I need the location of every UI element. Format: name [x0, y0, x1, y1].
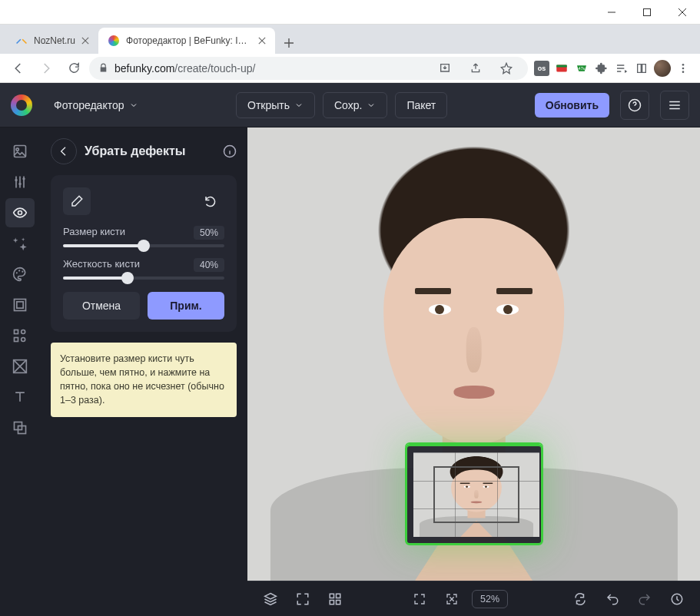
nav-forward-button[interactable]	[34, 56, 58, 81]
url-text: befunky.com/create/touch-up/	[114, 62, 255, 75]
navigator-minimap[interactable]	[405, 444, 543, 545]
svg-point-15	[18, 270, 20, 271]
nav-back-button[interactable]	[6, 56, 31, 81]
bottom-toolbar: 52%	[247, 581, 700, 616]
open-label: Открыть	[247, 99, 290, 111]
rail-edit-icon[interactable]	[5, 137, 35, 166]
grid-view-icon[interactable]	[323, 587, 347, 611]
cancel-button[interactable]: Отмена	[63, 292, 140, 320]
reading-list-icon[interactable]	[634, 61, 649, 76]
window-minimize-button[interactable]	[594, 0, 629, 25]
svg-point-5	[682, 67, 685, 69]
svg-rect-29	[330, 600, 333, 604]
star-icon[interactable]	[494, 56, 519, 81]
extension-icon[interactable]	[554, 61, 569, 76]
help-button[interactable]	[620, 91, 649, 120]
compare-icon[interactable]	[568, 587, 592, 611]
brush-size-slider[interactable]: Размер кисти 50%	[63, 226, 224, 247]
svg-point-6	[682, 71, 685, 73]
hardness-label: Жесткость кисти	[63, 258, 140, 272]
controls-card: Размер кисти 50% Жесткость кисти 40% Отм…	[51, 175, 237, 332]
window-maximize-button[interactable]	[629, 0, 665, 25]
hardness-value: 40%	[194, 258, 224, 272]
new-tab-button[interactable]	[278, 32, 300, 54]
tool-rail	[0, 128, 40, 616]
eraser-icon[interactable]	[63, 187, 91, 215]
reset-icon[interactable]	[197, 187, 224, 215]
svg-point-4	[682, 64, 685, 66]
tab-close-icon[interactable]	[81, 37, 89, 45]
app-logo-icon[interactable]	[11, 94, 32, 116]
hardness-slider[interactable]: Жесткость кисти 40%	[63, 258, 224, 280]
svg-rect-18	[17, 302, 23, 308]
brush-size-value: 50%	[194, 226, 224, 240]
rail-text-icon[interactable]	[5, 383, 35, 412]
fullscreen-icon[interactable]	[407, 587, 432, 611]
browser-tab[interactable]: Фоторедактор | BeFunky: Image	[98, 28, 275, 54]
chevron-down-icon	[367, 101, 376, 110]
upgrade-label: Обновить	[546, 99, 599, 111]
canvas-area: 52%	[247, 128, 700, 616]
save-button[interactable]: Сохр.	[323, 92, 387, 118]
svg-rect-2	[556, 65, 567, 67]
install-app-icon[interactable]	[433, 56, 457, 81]
svg-rect-0	[644, 8, 651, 15]
svg-rect-21	[15, 338, 18, 342]
rail-textures-icon[interactable]	[5, 413, 35, 442]
extensions-menu-icon[interactable]	[594, 61, 609, 76]
svg-rect-19	[15, 330, 18, 334]
chevron-down-icon	[294, 101, 304, 110]
window-close-button[interactable]	[665, 0, 700, 25]
zoom-value[interactable]: 52%	[472, 590, 508, 608]
undo-icon[interactable]	[600, 587, 625, 611]
window-titlebar	[0, 0, 700, 25]
browser-tab-strip: NozNet.ru Фоторедактор | BeFunky: Image	[0, 25, 700, 54]
history-icon[interactable]	[665, 587, 689, 611]
svg-rect-17	[15, 300, 26, 311]
playlist-icon[interactable]	[614, 61, 629, 76]
chevron-down-icon	[129, 101, 138, 110]
navigator-viewport-frame[interactable]	[433, 466, 519, 523]
app-header: Фоторедактор Открыть Сохр. Пакет Обновит…	[0, 83, 700, 128]
svg-point-11	[18, 183, 21, 185]
app-body: Убрать дефекты Размер кисти 50% Жесткост…	[0, 128, 700, 616]
rail-adjust-icon[interactable]	[5, 167, 35, 197]
upgrade-button[interactable]: Обновить	[535, 93, 609, 118]
editor-mode-dropdown[interactable]: Фоторедактор	[43, 93, 149, 118]
batch-label: Пакет	[406, 99, 436, 111]
rail-touchup-icon[interactable]	[5, 198, 35, 227]
rail-overlays-icon[interactable]	[5, 352, 35, 381]
hint-box: Установите размер кисти чуть больше, чем…	[51, 343, 237, 417]
side-panel: Убрать дефекты Размер кисти 50% Жесткост…	[40, 128, 247, 616]
svg-point-12	[22, 177, 25, 180]
redo-icon[interactable]	[632, 587, 657, 611]
menu-button[interactable]	[660, 91, 689, 120]
extension-icon[interactable]: os	[534, 61, 549, 76]
svg-point-10	[15, 179, 17, 181]
befunky-favicon-icon	[108, 35, 120, 47]
layers-icon[interactable]	[258, 587, 283, 611]
panel-back-button[interactable]	[51, 138, 77, 164]
profile-avatar[interactable]	[654, 60, 671, 77]
batch-button[interactable]: Пакет	[395, 92, 447, 118]
open-button[interactable]: Открыть	[236, 92, 315, 118]
address-bar[interactable]: befunky.com/create/touch-up/	[89, 57, 528, 80]
canvas-view[interactable]	[247, 128, 700, 581]
svg-rect-30	[337, 600, 340, 604]
canvas-resize-icon[interactable]	[290, 587, 315, 611]
browser-menu-icon[interactable]	[675, 61, 691, 76]
extension-icon[interactable]: 47s	[574, 61, 589, 76]
share-icon[interactable]	[463, 56, 488, 81]
nav-reload-button[interactable]	[61, 56, 86, 81]
svg-point-9	[16, 148, 18, 151]
rail-artsy-icon[interactable]	[5, 260, 35, 289]
browser-tab[interactable]: NozNet.ru	[6, 28, 98, 54]
fit-screen-icon[interactable]	[440, 587, 464, 611]
rail-frames-icon[interactable]	[5, 290, 35, 320]
rail-graphics-icon[interactable]	[5, 321, 35, 350]
tab-close-icon[interactable]	[258, 37, 266, 45]
save-label: Сохр.	[334, 99, 362, 111]
panel-info-icon[interactable]	[223, 144, 237, 158]
apply-button[interactable]: Прим.	[148, 292, 224, 320]
rail-effects-icon[interactable]	[5, 229, 35, 258]
